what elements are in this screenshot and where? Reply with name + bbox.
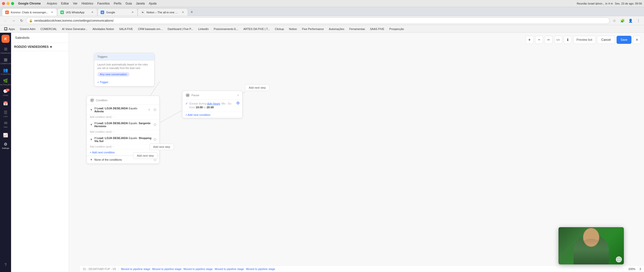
bookmark-atividades[interactable]: Atividades Notion	[91, 27, 116, 31]
sidebar-item-nutricao[interactable]: 🌿 NUTRIÇÃO	[1, 77, 11, 87]
add-and-condition-1[interactable]: Add condition (and) ···	[87, 115, 159, 120]
save-button[interactable]: Save	[617, 36, 631, 44]
zoom-in-button[interactable]: +	[526, 36, 534, 44]
star-icon[interactable]: ☆	[611, 17, 618, 24]
chats-label: Chats	[3, 94, 8, 96]
sidebar-item-settings[interactable]: ⚙ Settings	[1, 141, 11, 151]
bookmark-prospeccao[interactable]: Prospecção	[387, 27, 406, 31]
extensions-icon[interactable]: 🧩	[619, 17, 626, 24]
video-pip: ⛶	[558, 227, 624, 264]
add-and-condition-2[interactable]: Add condition (and) ···	[87, 130, 159, 134]
profile-icon[interactable]: 👤	[627, 17, 634, 24]
add-next-step-button-1[interactable]: Add next step	[245, 84, 269, 91]
add-and-condition-3[interactable]: Add condition (and) ···	[87, 145, 159, 149]
preview-bot-button[interactable]: Preview bot	[573, 36, 596, 44]
close-window-button[interactable]	[2, 2, 5, 5]
cancel-button[interactable]: Cancel	[597, 36, 615, 44]
trigger-tag[interactable]: Any new conversation	[97, 72, 130, 77]
close-panel-button[interactable]: ✕	[633, 36, 641, 44]
condition-text-1[interactable]: If Lead: LOJA DESEJADA Equals: Adeota	[94, 107, 146, 113]
condition-text-3[interactable]: If Lead: LOJA DESEJADA Equals: Shopping …	[94, 137, 152, 143]
tab-google-close[interactable]: ✕	[131, 11, 134, 14]
trigger-node-body: Launch bots automatically based on the r…	[94, 60, 154, 79]
pause-node-close[interactable]: ✕	[237, 94, 239, 97]
forward-button[interactable]: →	[10, 17, 17, 24]
pause-condition-row: ✓ Except during duty hours: Mo - Su from…	[182, 100, 242, 112]
menu-ajuda[interactable]: Ajuda	[149, 2, 157, 5]
trigger-node-header: Triggers	[94, 53, 154, 60]
tab-kommo[interactable]: K Kommo: Chats & messenger... ✕	[2, 8, 57, 16]
menu-ver[interactable]: Ver	[73, 2, 77, 5]
duty-hours-link[interactable]: duty hours	[207, 102, 220, 105]
menu-icon[interactable]: ⋮	[635, 17, 642, 24]
download-button[interactable]: ⬇	[564, 36, 572, 44]
menu-favoritos[interactable]: Favoritos	[97, 2, 110, 5]
chrome-toolbar: ← → ↻ 🔒 vendasaldocolchoes.kommo.com/set…	[0, 16, 644, 25]
filter-icon-2: ▼	[90, 123, 93, 126]
refresh-button[interactable]: ↻	[18, 17, 25, 24]
status-event-4: Moved to pipeline stage	[215, 267, 244, 270]
maximize-window-button[interactable]	[11, 2, 14, 5]
pipeline-selector[interactable]: RODIZIO VENDEDORES ▾	[11, 43, 69, 51]
chevron-down-icon: ▾	[50, 45, 52, 49]
cut-tool-button[interactable]: ✂	[545, 36, 553, 44]
menu-arquivo[interactable]: Arquivo	[47, 2, 57, 5]
bookmark-crm[interactable]: CRM baseado em...	[136, 27, 165, 31]
address-bar[interactable]: 🔒 vendasaldocolchoes.kommo.com/settings/…	[26, 17, 610, 24]
pause-condition-text: Except during duty hours: Mo - Su from 1…	[189, 102, 235, 110]
sidebar-item-help[interactable]: ?	[1, 260, 11, 270]
add-next-condition-pause[interactable]: + Add next condition	[182, 112, 242, 118]
menu-guia[interactable]: Guia	[126, 2, 132, 5]
add-trigger-button[interactable]: + Trigger	[94, 79, 154, 86]
condition-close-1[interactable]: ✕	[147, 108, 151, 112]
bookmark-artes[interactable]: ARTES DA FIVE | T...	[241, 27, 272, 31]
new-tab-button[interactable]: +	[188, 8, 195, 16]
sidebar-item-dashboard[interactable]: ⊞ Dashboard	[1, 45, 11, 55]
tab-google[interactable]: G Google ✕	[97, 8, 138, 16]
sidebar-item-clients[interactable]: 👥 CLIENTES	[1, 66, 11, 77]
tab-notion[interactable]: N Notion – The all-in-one wor... ✕	[138, 8, 188, 16]
mac-right-info: Reunião Israel Iphon... in 4 m Sex. 23 d…	[577, 2, 642, 5]
window-controls[interactable]	[2, 2, 14, 5]
sidebar-item-comercial[interactable]: ▦ COMERCIAL	[1, 56, 11, 66]
bookmark-five-performance[interactable]: Five Performance	[300, 27, 326, 31]
video-content	[558, 227, 624, 264]
bookmark-greenn[interactable]: Greenn Adm	[18, 27, 37, 31]
tab-notion-close[interactable]: ✕	[181, 11, 185, 14]
bookmark-ai-voice[interactable]: AI Voice Generator...	[60, 27, 90, 31]
sidebar-item-calendar[interactable]: 📅	[1, 98, 11, 108]
zoom-out-button[interactable]: −	[535, 36, 543, 44]
bookmark-sala-five[interactable]: SALA FIVE	[117, 27, 135, 31]
status-separator: |	[118, 267, 119, 270]
sidebar-item-chats[interactable]: 💬 Chats 28	[1, 88, 11, 98]
bookmark-dashboard-five[interactable]: Dashboard | Five P...	[166, 27, 195, 31]
bookmark-saas[interactable]: SAAS FIVE	[368, 27, 386, 31]
menu-historico[interactable]: Histórico	[82, 2, 93, 5]
menu-janela[interactable]: Janela	[136, 2, 145, 5]
tab-whatsapp[interactable]: W (43) WhatsApp ✕	[57, 8, 97, 16]
minimize-window-button[interactable]	[7, 2, 10, 5]
bookmark-clickup[interactable]: Clickup	[273, 27, 286, 31]
add-next-step-button-3[interactable]: Add next step	[133, 152, 157, 159]
bookmark-ferramentas[interactable]: Ferramentas	[347, 27, 367, 31]
bookmark-sala-five-label: SALA FIVE	[119, 27, 133, 30]
menu-editar[interactable]: Editar	[61, 2, 69, 5]
video-expand-icon[interactable]: ⛶	[616, 256, 622, 262]
back-button[interactable]: ←	[2, 17, 9, 24]
bookmark-comercial[interactable]: COMERCIAL	[38, 27, 59, 31]
code-button[interactable]: </>	[554, 36, 562, 44]
bookmark-notion[interactable]: Notion	[287, 27, 299, 31]
bookmark-posicionamento[interactable]: Posicionamento E...	[212, 27, 240, 31]
sidebar-item-mail[interactable]: ✉ Mail	[1, 119, 11, 129]
bookmark-automacoes[interactable]: Automações	[327, 27, 346, 31]
sidebar-item-lists[interactable]: ☰ Lists	[1, 109, 11, 119]
tab-kommo-close[interactable]: ✕	[50, 11, 54, 14]
condition-text-2[interactable]: If Lead: LOJA DESEJADA Equals: Sargente …	[94, 122, 152, 128]
tab-whatsapp-close[interactable]: ✕	[91, 11, 94, 14]
add-next-step-button-2[interactable]: Add next step	[149, 144, 174, 150]
bookmark-apps[interactable]: 🔲 Apps	[2, 27, 17, 31]
condition-connector-1	[154, 109, 156, 111]
menu-perfis[interactable]: Perfis	[114, 2, 122, 5]
bookmark-linkedin[interactable]: LinkedIn	[196, 27, 211, 31]
sidebar-item-analytics[interactable]: 📈	[1, 130, 11, 140]
